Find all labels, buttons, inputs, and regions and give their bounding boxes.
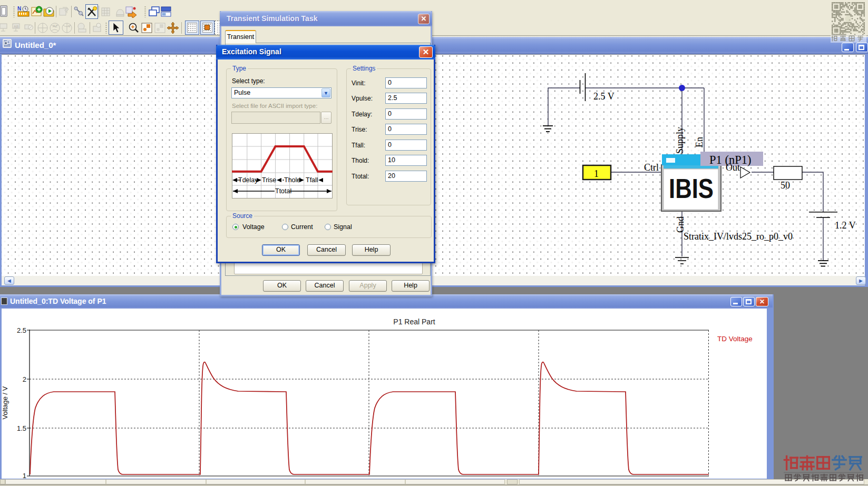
svg-text:1.2 V: 1.2 V xyxy=(835,220,856,231)
svg-text:2.5 V: 2.5 V xyxy=(593,91,615,102)
svg-text:AZ: AZ xyxy=(53,24,58,28)
svg-text:IBIS: IBIS xyxy=(669,173,714,204)
svg-text:Gnd: Gnd xyxy=(675,216,686,233)
svg-text:Tfall: Tfall xyxy=(306,176,318,184)
svg-text:Tdelay: Tdelay xyxy=(238,176,258,184)
svg-text:Ttotal: Ttotal xyxy=(275,187,291,195)
svg-text:Thold: Thold xyxy=(284,176,300,184)
svg-text:50: 50 xyxy=(781,180,790,191)
svg-text:2: 2 xyxy=(23,375,26,383)
svg-text:TD Voltage: TD Voltage xyxy=(717,335,753,343)
svg-text:AB: AB xyxy=(14,25,19,28)
svg-text:Ctrl: Ctrl xyxy=(644,162,659,173)
svg-text:P1 Real Part: P1 Real Part xyxy=(393,318,435,326)
svg-text:En: En xyxy=(694,137,705,147)
svg-text:1: 1 xyxy=(23,472,26,479)
svg-text:P1 (nP1): P1 (nP1) xyxy=(709,153,751,166)
svg-text:Stratix_IV/lvds25_ro_p0_v0: Stratix_IV/lvds25_ro_p0_v0 xyxy=(684,231,793,242)
svg-text:1.5: 1.5 xyxy=(17,424,26,432)
svg-text:N: N xyxy=(17,6,21,12)
svg-text:Voltage / V: Voltage / V xyxy=(1,386,9,419)
svg-text:V: V xyxy=(68,24,71,28)
svg-text:Supply: Supply xyxy=(675,127,685,154)
svg-text:1: 1 xyxy=(594,168,599,179)
svg-text:Trise: Trise xyxy=(262,176,276,184)
svg-text:2.5: 2.5 xyxy=(17,326,26,334)
